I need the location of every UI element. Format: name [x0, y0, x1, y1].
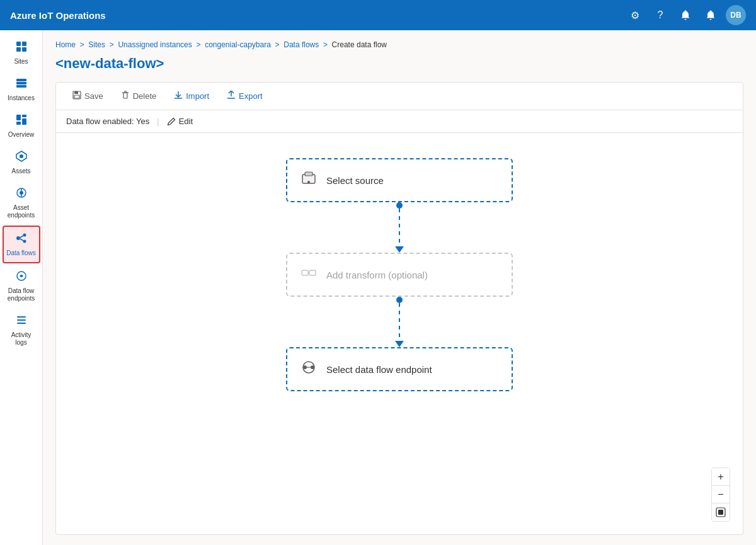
data-flow-endpoints-icon: [15, 270, 28, 285]
breadcrumb-instance[interactable]: congenial-capybara: [205, 40, 271, 49]
svg-rect-0: [16, 42, 21, 46]
zoom-controls: + −: [711, 468, 730, 522]
svg-line-21: [20, 239, 23, 241]
export-button[interactable]: Export: [220, 88, 269, 105]
export-icon: [227, 91, 236, 101]
sidebar-sites-label: Sites: [14, 58, 28, 66]
svg-rect-47: [718, 510, 723, 515]
svg-rect-25: [17, 323, 26, 324]
asset-endpoints-icon: [15, 186, 28, 202]
source-icon: [300, 169, 318, 191]
sidebar-item-assets[interactable]: Assets: [3, 145, 40, 180]
svg-rect-6: [16, 85, 26, 88]
save-button[interactable]: Save: [66, 88, 110, 105]
endpoint-label: Select data flow endpoint: [326, 364, 432, 375]
connector-1: [395, 202, 404, 253]
svg-rect-28: [74, 95, 79, 98]
status-bar: Data flow enabled: Yes | Edit: [56, 110, 743, 133]
assets-icon: [15, 150, 28, 166]
connector-line-1: [399, 209, 400, 246]
source-node[interactable]: Select source: [286, 158, 513, 202]
sidebar-item-asset-endpoints[interactable]: Asset endpoints: [3, 181, 40, 224]
notification-icon[interactable]: [701, 5, 721, 25]
sidebar-item-data-flow-endpoints[interactable]: Data flow endpoints: [3, 265, 40, 307]
svg-rect-5: [16, 82, 26, 84]
status-label: Data flow enabled: Yes: [66, 117, 149, 126]
topbar-icons: ⚙ ? DB: [625, 5, 746, 25]
svg-rect-40: [309, 270, 316, 275]
breadcrumb-data-flows[interactable]: Data flows: [284, 40, 319, 49]
flow-diagram: Select source Add transform (optional): [286, 158, 513, 391]
status-divider: |: [157, 117, 159, 126]
sites-icon: [15, 40, 28, 56]
sidebar-item-activity-logs[interactable]: Activity logs: [3, 309, 40, 352]
import-button[interactable]: Import: [168, 88, 215, 105]
svg-point-44: [311, 365, 314, 369]
main-layout: Sites Instances Overview Assets: [0, 30, 756, 545]
sidebar-instances-label: Instances: [8, 95, 35, 102]
flow-canvas[interactable]: Select source Add transform (optional): [56, 133, 743, 534]
svg-rect-24: [17, 319, 26, 321]
help-icon[interactable]: ?: [650, 5, 670, 25]
sidebar-activity-logs-label: Activity logs: [5, 331, 38, 347]
connector-line-2: [399, 303, 400, 341]
topbar: Azure IoT Operations ⚙ ? DB: [0, 0, 756, 30]
breadcrumb-home[interactable]: Home: [55, 40, 76, 49]
breadcrumb-current: Create data flow: [332, 40, 387, 49]
connector-dot-1: [396, 202, 403, 209]
sidebar-item-overview[interactable]: Overview: [3, 108, 40, 144]
toolbar: Save Delete Import Export: [55, 82, 743, 110]
svg-rect-4: [16, 79, 26, 81]
svg-rect-29: [123, 93, 127, 98]
svg-rect-23: [17, 316, 26, 318]
svg-point-38: [307, 181, 310, 183]
endpoint-node[interactable]: Select data flow endpoint: [286, 347, 513, 391]
sidebar-item-sites[interactable]: Sites: [3, 35, 40, 71]
page-title: <new-data-flow>: [55, 55, 743, 72]
svg-rect-1: [22, 42, 26, 46]
source-label: Select source: [326, 175, 384, 186]
svg-point-19: [23, 240, 26, 243]
connector-2: [395, 297, 404, 347]
zoom-reset-button[interactable]: [712, 503, 730, 521]
svg-rect-8: [22, 115, 26, 117]
sidebar-data-flow-endpoints-label: Data flow endpoints: [5, 287, 38, 302]
transform-label: Add transform (optional): [326, 270, 428, 280]
app-title: Azure IoT Operations: [10, 10, 625, 21]
sidebar: Sites Instances Overview Assets: [0, 30, 43, 545]
svg-rect-9: [22, 118, 26, 125]
alert-icon[interactable]: [675, 5, 696, 25]
flow-container: Data flow enabled: Yes | Edit Select sou…: [55, 110, 743, 535]
transform-icon: [300, 264, 318, 285]
svg-point-12: [20, 154, 23, 158]
svg-point-43: [303, 365, 307, 369]
save-icon: [72, 91, 81, 101]
user-avatar[interactable]: DB: [726, 5, 746, 25]
breadcrumb-unassigned[interactable]: Unassigned instances: [118, 40, 192, 49]
svg-rect-7: [16, 115, 21, 120]
zoom-out-button[interactable]: −: [712, 486, 730, 503]
breadcrumb-sites[interactable]: Sites: [88, 40, 105, 49]
sidebar-item-data-flows[interactable]: Data flows: [3, 226, 40, 263]
breadcrumb: Home > Sites > Unassigned instances > co…: [55, 40, 743, 49]
sidebar-data-flows-label: Data flows: [6, 250, 36, 257]
connector-dot-2: [396, 297, 403, 303]
svg-line-20: [20, 236, 23, 238]
endpoint-icon: [300, 359, 318, 380]
edit-button[interactable]: Edit: [167, 117, 193, 126]
overview-icon: [15, 113, 28, 129]
delete-button[interactable]: Delete: [115, 88, 163, 105]
zoom-in-button[interactable]: +: [712, 468, 730, 486]
delete-icon: [121, 91, 130, 101]
sidebar-item-instances[interactable]: Instances: [3, 72, 40, 107]
svg-rect-39: [302, 270, 308, 275]
svg-point-14: [20, 191, 23, 195]
instances-icon: [15, 77, 28, 93]
sidebar-asset-endpoints-label: Asset endpoints: [5, 204, 38, 219]
svg-rect-10: [16, 122, 21, 125]
content-area: Home > Sites > Unassigned instances > co…: [43, 30, 756, 545]
settings-icon[interactable]: ⚙: [625, 5, 645, 25]
connector-arrow-1: [395, 246, 404, 253]
svg-rect-3: [22, 47, 26, 52]
transform-node[interactable]: Add transform (optional): [286, 253, 513, 297]
